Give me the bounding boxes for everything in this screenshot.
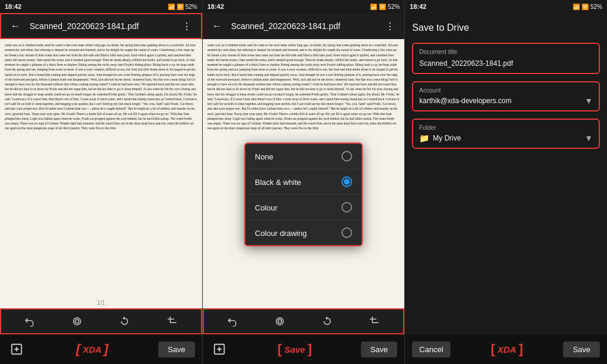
svg-point-3 <box>276 318 283 325</box>
filter-option-none[interactable]: None <box>245 144 362 170</box>
undo-button-1[interactable] <box>19 311 40 332</box>
page-indicator-1: 1/1 <box>97 299 105 306</box>
xda-logo-2: [ Save ] <box>234 341 356 357</box>
time-1: 18:42 <box>5 3 21 10</box>
more-button-1[interactable]: ⋮ <box>177 17 196 36</box>
doc-content-1: some way as it climbed north, until he c… <box>0 39 202 308</box>
account-value: karthik@xda-developers.com <box>419 97 512 105</box>
xda-logo-3: [ XDA ] <box>455 341 559 357</box>
doc-text-1: some way as it climbed north, until he c… <box>0 39 202 135</box>
filter-option-none-label: None <box>255 152 273 161</box>
cancel-button-3[interactable]: Cancel <box>412 341 450 357</box>
xda-bracket-right-2: ] <box>308 341 312 357</box>
panel-2: 18:42 📶 🛜 52% ← Scanned_20220623-1841.pd… <box>203 0 405 364</box>
save-button-1[interactable]: Save <box>158 341 195 357</box>
status-icons-1: 📶 🛜 52% <box>168 4 197 10</box>
xda-bracket-left-3: [ <box>491 341 495 357</box>
bottom-toolbar-2 <box>203 308 405 334</box>
rotate-button-1[interactable] <box>114 311 135 332</box>
account-chevron-icon[interactable]: ▼ <box>584 96 593 106</box>
folder-icon: 📁 <box>419 133 429 143</box>
folder-chevron-icon[interactable]: ▼ <box>584 133 593 143</box>
account-label: Account <box>419 87 593 94</box>
status-bar-2: 18:42 📶 🛜 52% <box>203 0 405 13</box>
filter-option-colour[interactable]: Colour <box>245 195 362 221</box>
filter-button-2[interactable] <box>269 311 290 332</box>
document-title-1: Scanned_20220623-1841.pdf <box>30 21 172 31</box>
top-bar-2: ← Scanned_20220623-1841.pdf ⋮ <box>203 13 405 39</box>
back-button-2[interactable]: ← <box>207 17 226 36</box>
radio-colour[interactable] <box>341 202 352 213</box>
rotate-button-2[interactable] <box>317 311 338 332</box>
add-button-2[interactable] <box>210 340 229 359</box>
folder-label: Folder <box>419 124 593 131</box>
radio-colour-drawing[interactable] <box>341 228 352 238</box>
document-title-2: Scanned_20220623-1841.pdf <box>231 21 376 31</box>
back-button-1[interactable]: ← <box>6 17 25 36</box>
signal-icon-2: 📶 <box>370 4 377 10</box>
save-to-drive-content: Save to Drive Document title Account kar… <box>405 13 607 334</box>
xda-text-1: XDA <box>83 344 102 355</box>
time-2: 18:42 <box>207 3 224 10</box>
filter-button-1[interactable] <box>66 311 88 332</box>
wifi-icon-1: 🛜 <box>177 4 184 10</box>
doc-content-2: some way as it climbed north, until he c… <box>203 39 405 308</box>
bottom-bar-2: [ Save ] Save <box>203 334 405 364</box>
save-to-drive-title: Save to Drive <box>412 23 600 33</box>
svg-point-4 <box>278 320 282 323</box>
bottom-bar-1: [ XDA ] Save <box>0 334 202 364</box>
xda-logo-1: [ XDA ] <box>31 341 154 357</box>
svg-point-0 <box>74 318 81 325</box>
status-icons-2: 📶 🛜 52% <box>370 4 400 10</box>
document-title-label: Document title <box>419 49 593 55</box>
signal-icon-3: 📶 <box>573 4 580 10</box>
status-bar-1: 18:42 📶 🛜 52% <box>0 0 202 13</box>
xda-text-2: Save <box>285 344 305 355</box>
document-title-field: Document title <box>412 43 600 74</box>
xda-bracket-left-1: [ <box>76 341 80 357</box>
radio-bw[interactable] <box>341 177 352 187</box>
xda-bracket-right-3: ] <box>519 341 523 357</box>
more-button-2[interactable]: ⋮ <box>381 17 400 36</box>
save-button-3[interactable]: Save <box>563 341 600 357</box>
account-field: Account karthik@xda-developers.com ▼ <box>412 81 600 111</box>
xda-bracket-right-1: ] <box>104 341 108 357</box>
filter-option-bw-label: Black & white <box>255 177 301 186</box>
folder-field: Folder 📁 My Drive ▼ <box>412 119 600 149</box>
status-bar-3: 18:42 📶 🛜 52% <box>405 0 607 13</box>
battery-2: 52% <box>388 4 400 10</box>
account-row: karthik@xda-developers.com ▼ <box>419 96 593 106</box>
status-icons-3: 📶 🛜 52% <box>573 4 602 10</box>
radio-none[interactable] <box>341 151 352 162</box>
filter-option-colour-label: Colour <box>255 203 277 212</box>
filter-dropdown: None Black & white Colour Colour drawing <box>244 143 363 247</box>
svg-point-1 <box>75 320 79 323</box>
xda-text-3: XDA <box>497 344 516 355</box>
wifi-icon-2: 🛜 <box>379 4 386 10</box>
add-button-1[interactable] <box>7 340 26 359</box>
crop-button-1[interactable] <box>162 311 183 332</box>
document-title-input[interactable] <box>419 59 593 68</box>
time-3: 18:42 <box>410 3 426 10</box>
wifi-icon-3: 🛜 <box>582 4 589 10</box>
folder-row-inner: 📁 My Drive <box>419 133 461 143</box>
signal-icon-1: 📶 <box>168 4 175 10</box>
filter-option-bw[interactable]: Black & white <box>245 170 362 195</box>
bottom-bar-3: Cancel [ XDA ] Save <box>405 334 607 364</box>
save-button-2[interactable]: Save <box>361 341 398 357</box>
xda-bracket-left-2: [ <box>277 341 282 357</box>
folder-value: My Drive <box>433 134 461 142</box>
battery-3: 52% <box>590 4 602 10</box>
crop-button-2[interactable] <box>364 311 385 332</box>
undo-button-2[interactable] <box>222 311 243 332</box>
top-bar-1: ← Scanned_20220623-1841.pdf ⋮ <box>0 13 202 39</box>
filter-option-colour-drawing-label: Colour drawing <box>255 228 306 237</box>
filter-option-colour-drawing[interactable]: Colour drawing <box>245 221 362 245</box>
doc-page-1: some way as it climbed north, until he c… <box>0 39 202 308</box>
battery-1: 52% <box>186 4 197 10</box>
bottom-toolbar-1 <box>0 308 202 334</box>
folder-row: 📁 My Drive ▼ <box>419 133 593 143</box>
panel-3: 18:42 📶 🛜 52% Save to Drive Document tit… <box>405 0 607 364</box>
panel-1: 18:42 📶 🛜 52% ← Scanned_20220623-1841.pd… <box>0 0 203 364</box>
doc-text-2: some way as it climbed north, until he c… <box>203 39 405 135</box>
